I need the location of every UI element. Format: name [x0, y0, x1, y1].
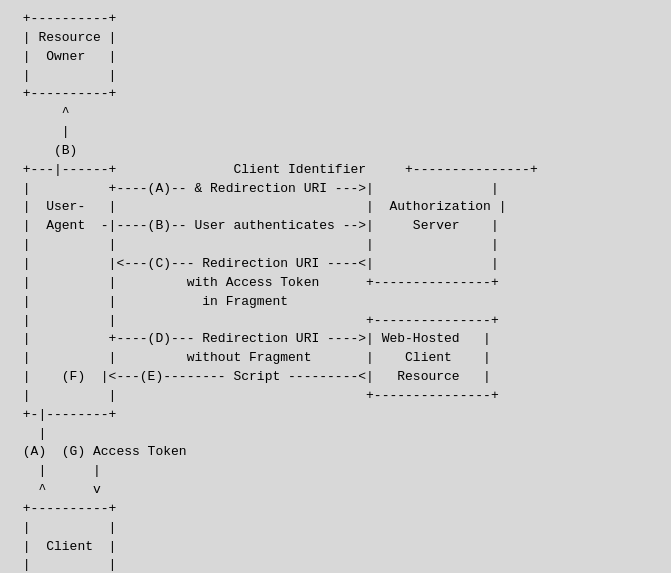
diagram-container: +----------+ | Resource | | Owner | | | … — [0, 0, 671, 573]
ascii-diagram: +----------+ | Resource | | Owner | | | … — [15, 10, 656, 573]
